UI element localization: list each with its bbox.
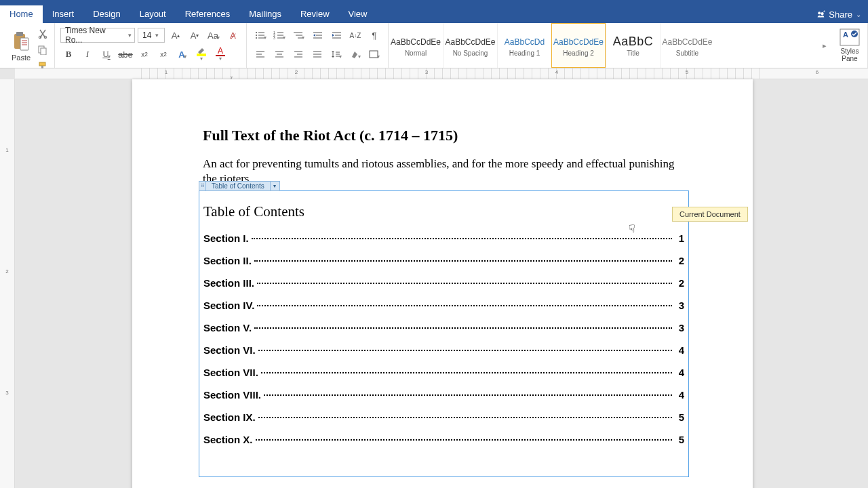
toc-grip-icon[interactable]: ⠿ [199,181,205,191]
toc-leader [256,439,672,441]
toc-entry-page: 2 [675,255,684,266]
toc-entry[interactable]: Section IV. 3 [203,300,684,311]
tab-references[interactable]: References [176,5,239,23]
tab-mailings[interactable]: Mailings [239,5,291,23]
toc-entry-page: 5 [675,434,684,445]
toc-entry[interactable]: Section VII. 4 [203,367,684,378]
borders-button[interactable]: ▾ [366,47,382,62]
shading-button[interactable]: ▾ [347,47,363,62]
italic-button[interactable]: I [79,47,96,62]
toc-entry[interactable]: Section III. 2 [203,277,684,289]
tab-layout[interactable]: Layout [130,5,176,23]
toc-field-label[interactable]: Table of Contents [205,181,271,191]
font-name-value: Times New Ro... [65,26,124,45]
sort-button[interactable]: A↓Z [347,28,363,43]
toc-entry[interactable]: Section IX. 5 [203,411,684,423]
toc-leader [258,417,672,418]
show-marks-button[interactable]: ¶ [366,28,382,43]
toc-field-tab[interactable]: ⠿ Table of Contents ▾ [199,181,280,191]
copy-button[interactable] [37,44,49,56]
toc-entry-page: 4 [675,389,684,401]
tab-insert[interactable]: Insert [43,5,84,23]
text-effects-button[interactable]: A▾ [174,47,191,62]
change-case-button[interactable]: Aa▾ [205,28,222,43]
toc-field[interactable]: ⠿ Table of Contents ▾ Table of Contents … [199,190,689,477]
toc-leader [257,305,672,306]
increase-indent-button[interactable] [328,28,344,43]
document-title[interactable]: Full Text of the Riot Act (c. 1714 – 171… [203,127,685,144]
align-center-button[interactable] [271,47,288,62]
share-button[interactable]: + Share ⌄ [809,5,868,23]
style-sample: AaBbCcDdEe [445,35,495,49]
toc-heading[interactable]: Table of Contents [203,203,684,220]
toc-leader [252,238,672,239]
chevron-down-icon: ⌄ [856,11,861,18]
group-styles: AaBbCcDdEeNormalAaBbCcDdEeNo SpacingAaBb… [389,23,868,68]
page[interactable]: Full Text of the Riot Act (c. 1714 – 171… [132,79,753,488]
vertical-ruler[interactable]: 123 [0,79,15,488]
style-heading-2[interactable]: AaBbCcDdEeHeading 2 [551,23,606,68]
strikethrough-button[interactable]: abe [117,47,134,62]
ribbon-tabs: Home Insert Design Layout References Mai… [0,5,868,23]
style-subtitle[interactable]: AaBbCcDdEeSubtitle [660,23,714,68]
toc-entry[interactable]: Section II. 2 [203,255,684,266]
justify-button[interactable] [309,47,326,62]
horizontal-ruler[interactable]: 1234567 [15,68,868,79]
bold-button[interactable]: B [60,47,77,62]
svg-text:3: 3 [273,36,275,40]
align-right-button[interactable] [290,47,307,62]
superscript-button[interactable]: x2 [155,47,172,62]
styles-pane-l2: Pane [842,55,857,62]
toc-entry-title: Section I. [203,232,249,244]
style-normal[interactable]: AaBbCcDdEeNormal [389,23,443,68]
decrease-indent-button[interactable] [309,28,326,43]
toc-entry[interactable]: Section VI. 4 [203,344,684,356]
toc-entry-page: 3 [675,300,684,311]
line-spacing-button[interactable]: ▾ [328,47,344,62]
numbering-button[interactable]: 123▾ [271,28,288,43]
tooltip-current-document: Current Document [672,207,748,222]
styles-pane-button[interactable]: A Styles Pane [832,23,867,68]
bullets-button[interactable]: ▾ [252,28,269,43]
style-sample: AaBbCcDdEe [553,35,604,49]
style-title[interactable]: AaBbCTitle [606,23,660,68]
tab-view[interactable]: View [339,5,377,23]
window-titlebar [0,0,868,5]
subscript-button[interactable]: x2 [136,47,153,62]
font-color-button[interactable]: A▾ [212,47,229,62]
toc-entry-title: Section VIII. [203,389,261,401]
toc-leader [254,327,672,329]
toc-leader [254,260,672,262]
toc-entry[interactable]: Section VIII. 4 [203,389,684,401]
align-left-button[interactable] [252,47,269,62]
toc-entry-title: Section IX. [203,411,256,423]
toc-field-menu[interactable]: ▾ [271,181,280,191]
underline-button[interactable]: U▾ [98,47,115,62]
svg-rect-4 [16,32,23,36]
toc-entry-page: 2 [675,277,684,289]
styles-gallery-more[interactable]: ▸ [817,23,832,68]
style-sample: AaBbC [613,35,654,49]
toc-entry[interactable]: Section X. 5 [203,434,684,445]
tab-design[interactable]: Design [83,5,130,23]
style-name: Normal [405,49,427,57]
tab-review[interactable]: Review [291,5,339,23]
style-name: Subtitle [676,49,698,57]
multilevel-button[interactable]: ▾ [290,28,307,43]
highlight-button[interactable]: ▾ [193,47,210,62]
toc-entry[interactable]: Section I. 1 [203,232,684,244]
toc-entry[interactable]: Section V. 3 [203,322,684,333]
style-no-spacing[interactable]: AaBbCcDdEeNo Spacing [443,23,497,68]
toc-leader [261,372,672,373]
font-name-combo[interactable]: Times New Ro...▾ [60,28,135,43]
clear-format-button[interactable]: A̷ [224,28,241,43]
shrink-font-button[interactable]: A▾ [186,28,203,43]
tab-home[interactable]: Home [0,5,43,23]
group-font: Times New Ro...▾ 14▾ A▴ A▾ Aa▾ A̷ B I U▾… [55,23,247,68]
toc-entry-title: Section VII. [203,367,258,378]
paste-button[interactable]: Paste [5,26,37,66]
cut-button[interactable] [37,28,49,40]
grow-font-button[interactable]: A▴ [167,28,184,43]
style-heading-1[interactable]: AaBbCcDdHeading 1 [497,23,551,68]
font-size-combo[interactable]: 14▾ [138,28,165,43]
